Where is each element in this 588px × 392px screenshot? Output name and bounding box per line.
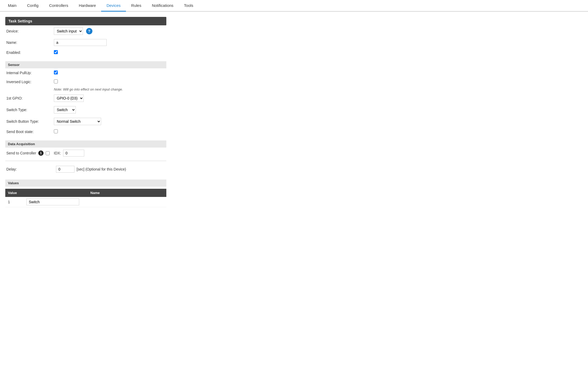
divider [5,161,166,161]
send-boot-state-checkbox[interactable] [54,129,58,133]
delay-label: Delay: [6,167,54,171]
delay-row: Delay: [sec] (Optional for this Device) [5,163,166,175]
tab-devices[interactable]: Devices [101,0,126,12]
switch-type-control: SwitchDimmer [54,106,165,114]
send-to-controller-checkbox[interactable] [46,151,50,155]
switch-type-select[interactable]: SwitchDimmer [54,106,76,114]
switch-type-label: Switch Type: [6,108,54,112]
main-content: Task Settings Device: Switch input ? Nam… [0,12,172,212]
inversed-logic-label: Inversed Logic: [6,80,54,84]
tab-rules[interactable]: Rules [126,0,147,12]
device-label: Device: [6,29,54,33]
value-cell: 1 [5,197,24,207]
gpio-select[interactable]: GPIO-0 (D3)GPIO-1 (D4)GPIO-2 (D5) [54,95,84,102]
internal-pullup-label: Internal PullUp: [6,71,54,75]
send-to-controller-row: Send to Controller 1 IDX: [5,148,166,159]
tab-hardware[interactable]: Hardware [73,0,101,12]
tab-main[interactable]: Main [3,0,22,12]
inversed-logic-note: Note: Will go into effect on next input … [5,86,166,92]
gpio-label: 1st GPIO: [6,96,54,100]
values-table-header-row: Value Name [5,189,166,197]
name-control [54,39,165,46]
delay-suffix: [sec] (Optional for this Device) [77,167,126,171]
internal-pullup-row: Internal PullUp: [5,68,166,77]
name-label: Name: [6,40,54,45]
gpio-row: 1st GPIO: GPIO-0 (D3)GPIO-1 (D4)GPIO-2 (… [5,92,166,104]
enabled-row: Enabled: [5,48,166,57]
values-col-value: Value [5,189,24,197]
send-boot-state-label: Send Boot state: [6,130,54,134]
device-help-button[interactable]: ? [86,28,92,34]
send-boot-state-row: Send Boot state: [5,127,166,136]
enabled-checkbox[interactable] [54,50,58,54]
switch-button-type-label: Switch Button Type: [6,119,54,124]
name-row: Name: [5,37,166,48]
task-settings-header: Task Settings [5,17,166,25]
idx-input[interactable] [63,150,84,157]
inversed-logic-control [54,79,165,84]
tabs-container: Main Config Controllers Hardware Devices… [0,0,588,12]
data-acquisition-header: Data Acquisition [5,140,166,148]
send-boot-state-control [54,129,165,134]
name-input[interactable] [54,39,107,46]
inversed-logic-row: Inversed Logic: [5,77,166,86]
switch-button-type-row: Switch Button Type: Normal SwitchActive … [5,116,166,127]
values-col-name: Name [24,189,166,197]
values-header: Values [5,180,166,187]
idx-label: IDX: [54,151,61,155]
device-select[interactable]: Switch input [54,27,83,35]
controller-badge: 1 [38,150,44,156]
table-row: 1 [5,197,166,207]
enabled-control [54,50,165,55]
name-cell [24,197,166,207]
value-name-input[interactable] [26,199,79,205]
sensor-header: Sensor [5,61,166,68]
internal-pullup-control [54,70,165,75]
values-table: Value Name 1 [5,189,166,207]
tab-tools[interactable]: Tools [179,0,199,12]
tab-notifications[interactable]: Notifications [147,0,179,12]
tab-controllers[interactable]: Controllers [44,0,74,12]
switch-button-type-control: Normal SwitchActive Low MomentaryActive … [54,118,165,125]
tab-config[interactable]: Config [22,0,44,12]
send-to-controller-label: Send to Controller [6,151,36,155]
delay-input[interactable] [56,166,74,173]
enabled-label: Enabled: [6,50,54,55]
device-row: Device: Switch input ? [5,25,166,37]
device-control: Switch input ? [54,27,165,35]
tab-bar: Main Config Controllers Hardware Devices… [0,0,588,12]
switch-button-type-select[interactable]: Normal SwitchActive Low MomentaryActive … [54,118,101,125]
inversed-logic-checkbox[interactable] [54,79,58,83]
switch-type-row: Switch Type: SwitchDimmer [5,104,166,116]
internal-pullup-checkbox[interactable] [54,70,58,74]
gpio-control: GPIO-0 (D3)GPIO-1 (D4)GPIO-2 (D5) [54,95,165,102]
